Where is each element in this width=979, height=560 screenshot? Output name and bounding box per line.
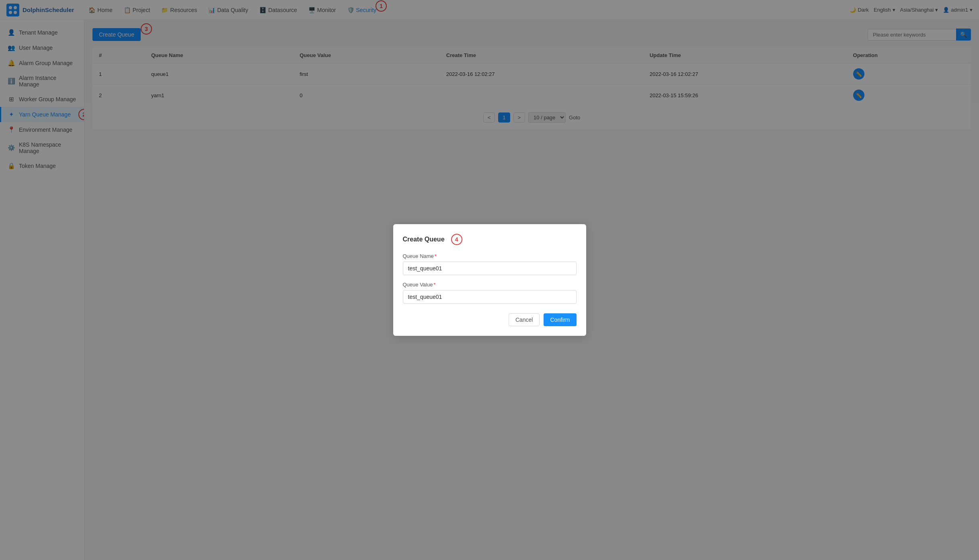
confirm-button[interactable]: Confirm: [544, 313, 576, 326]
required-star-name: *: [435, 253, 437, 259]
queue-name-group: Queue Name*: [403, 253, 577, 275]
create-queue-modal: Create Queue 4 Queue Name* Queue Value* …: [393, 224, 586, 336]
queue-value-label: Queue Value*: [403, 282, 577, 288]
queue-name-input[interactable]: [403, 262, 577, 275]
annotation-badge-4: 4: [451, 234, 462, 245]
modal-title-text: Create Queue: [403, 236, 445, 243]
required-star-value: *: [433, 282, 435, 288]
queue-value-input[interactable]: [403, 290, 577, 304]
modal-footer: Cancel Confirm: [403, 313, 577, 326]
modal-overlay[interactable]: Create Queue 4 Queue Name* Queue Value* …: [0, 0, 979, 560]
queue-name-label: Queue Name*: [403, 253, 577, 259]
queue-value-group: Queue Value*: [403, 282, 577, 304]
cancel-button[interactable]: Cancel: [509, 313, 540, 326]
modal-title: Create Queue 4: [403, 234, 577, 245]
